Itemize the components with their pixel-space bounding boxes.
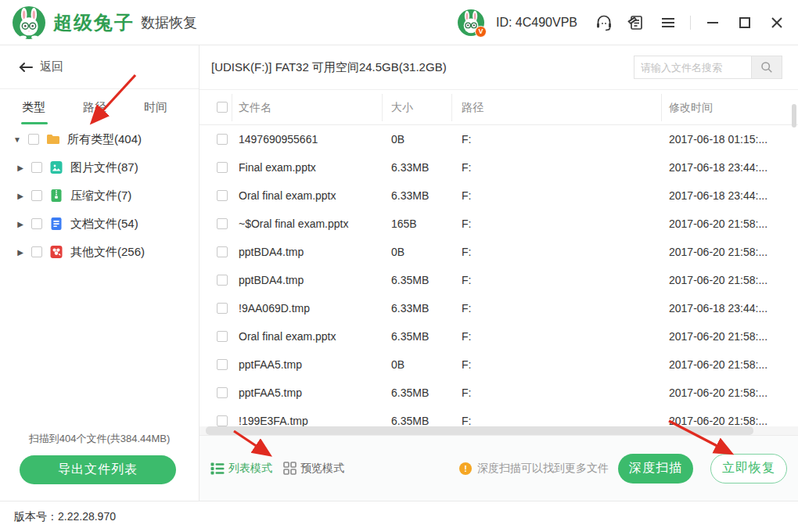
table-row[interactable]: Oral final exam.pptx 6.33MB F: 2017-06-1… — [200, 182, 798, 210]
table-row[interactable]: pptBDA4.tmp 6.35MB F: 2017-06-20 21:58:.… — [200, 266, 798, 294]
tree-item-images[interactable]: ▶ 图片文件(87) — [0, 153, 199, 182]
column-divider — [451, 94, 452, 121]
row-checkbox[interactable] — [217, 162, 228, 173]
version-label: 版本号：2.22.28.970 — [14, 510, 116, 524]
select-all-checkbox[interactable] — [217, 102, 228, 113]
file-modified: 2017-06-18 23:44:... — [669, 153, 794, 182]
export-file-list-button[interactable]: 导出文件列表 — [20, 455, 176, 484]
caret-down-icon[interactable]: ▼ — [13, 135, 22, 144]
file-name: Final exam.pptx — [239, 153, 387, 182]
file-path: F: — [462, 379, 661, 407]
table-row[interactable]: Final exam.pptx 6.33MB F: 2017-06-18 23:… — [200, 153, 798, 182]
caret-right-icon[interactable]: ▶ — [16, 248, 25, 257]
search-input[interactable] — [634, 56, 751, 78]
deep-scan-button[interactable]: 深度扫描 — [618, 454, 693, 483]
row-checkbox[interactable] — [217, 190, 228, 201]
row-checkbox[interactable] — [217, 387, 228, 398]
menu-icon[interactable] — [658, 13, 678, 33]
row-checkbox[interactable] — [217, 303, 228, 314]
tree-item-archives[interactable]: ▶ 压缩文件(7) — [0, 182, 199, 210]
caret-right-icon[interactable]: ▶ — [16, 192, 25, 200]
row-checkbox[interactable] — [217, 415, 228, 426]
feedback-icon[interactable] — [626, 13, 646, 33]
grid-view-icon — [283, 462, 297, 475]
recover-now-button[interactable]: 立即恢复 — [710, 454, 787, 483]
row-checkbox[interactable] — [217, 246, 228, 257]
column-header-filename: 文件名 — [239, 90, 271, 125]
tab-path[interactable]: 路径 — [83, 89, 106, 126]
tree-checkbox[interactable] — [31, 218, 42, 229]
sidebar-tabs: 类型 路径 时间 — [0, 89, 199, 126]
column-divider — [232, 94, 232, 121]
titlebar-separator — [690, 16, 691, 30]
caret-right-icon[interactable]: ▶ — [16, 164, 25, 172]
back-button[interactable]: 返回 — [0, 45, 199, 89]
file-modified: 2017-06-18 23:44:... — [669, 182, 794, 210]
archive-file-icon — [49, 188, 64, 203]
table-row[interactable]: 1497690955661 0B F: 2017-06-18 01:15:... — [200, 125, 798, 153]
search-box — [634, 56, 782, 79]
user-avatar[interactable]: V — [458, 9, 484, 36]
tree-checkbox[interactable] — [31, 162, 42, 173]
scan-summary: 扫描到404个文件(共384.44MB) — [0, 432, 199, 446]
file-modified: 2017-06-20 21:58:... — [669, 238, 794, 266]
table-row[interactable]: !9AA069D.tmp 6.33MB F: 2017-06-18 23:44:… — [200, 294, 798, 322]
preview-mode-toggle[interactable]: 预览模式 — [283, 462, 344, 476]
tree-item-documents[interactable]: ▶ 文档文件(54) — [0, 210, 199, 238]
user-id: ID: 4C490VPB — [496, 16, 577, 30]
file-size: 0B — [391, 125, 458, 153]
tree-item-others[interactable]: ▶ 其他文件(256) — [0, 238, 199, 266]
table-row[interactable]: ~$Oral final exam.pptx 165B F: 2017-06-2… — [200, 210, 798, 238]
main-panel: [UDISK(F:)] FAT32 可用空间24.5GB(31.2GB) 文件名… — [200, 45, 798, 501]
close-button[interactable] — [767, 13, 787, 33]
product-title: 数据恢复 — [141, 13, 197, 32]
vertical-scrollbar[interactable] — [792, 104, 796, 128]
file-path: F: — [462, 266, 661, 294]
list-mode-toggle[interactable]: 列表模式 — [210, 462, 272, 476]
maximize-button[interactable] — [735, 13, 755, 33]
image-file-icon — [49, 160, 64, 175]
table-row[interactable]: Oral final exam.pptx 6.35MB F: 2017-06-2… — [200, 322, 798, 350]
search-button[interactable] — [751, 56, 782, 78]
tree-label: 所有类型(404) — [67, 132, 142, 147]
table-row[interactable]: pptFAA5.tmp 6.35MB F: 2017-06-20 21:58:.… — [200, 379, 798, 407]
row-checkbox[interactable] — [217, 331, 228, 342]
tab-type[interactable]: 类型 — [22, 89, 45, 126]
file-path: F: — [462, 350, 661, 379]
row-checkbox[interactable] — [217, 275, 228, 286]
file-name: ~$Oral final exam.pptx — [239, 210, 387, 238]
horizontal-scrollbar-track[interactable] — [200, 426, 798, 435]
app-logo-rabbit-icon — [13, 6, 45, 39]
column-divider — [382, 94, 383, 121]
document-file-icon — [49, 216, 64, 232]
row-checkbox[interactable] — [217, 218, 228, 229]
table-row[interactable]: pptBDA4.tmp 0B F: 2017-06-20 21:58:... — [200, 238, 798, 266]
file-table-body: 1497690955661 0B F: 2017-06-18 01:15:...… — [200, 125, 798, 435]
tab-time[interactable]: 时间 — [144, 89, 167, 126]
file-path: F: — [462, 153, 661, 182]
tree-checkbox[interactable] — [31, 246, 42, 257]
file-path: F: — [462, 322, 661, 350]
preview-mode-label: 预览模式 — [300, 462, 344, 476]
tree-checkbox[interactable] — [31, 190, 42, 201]
minimize-button[interactable] — [703, 13, 723, 33]
file-modified: 2017-06-20 21:58:... — [669, 350, 794, 379]
file-name: Oral final exam.pptx — [239, 182, 387, 210]
tree-checkbox[interactable] — [28, 134, 39, 145]
file-name: !9AA069D.tmp — [239, 294, 387, 322]
row-checkbox[interactable] — [217, 359, 228, 370]
file-type-tree: ▼ 所有类型(404) ▶ 图片文件(87) ▶ — [0, 125, 199, 266]
back-label: 返回 — [40, 59, 63, 74]
file-size: 165B — [391, 210, 458, 238]
table-header: 文件名 大小 路径 修改时间 — [200, 90, 798, 125]
folder-icon — [45, 131, 61, 147]
tree-item-all-types[interactable]: ▼ 所有类型(404) — [0, 125, 199, 153]
row-checkbox[interactable] — [217, 134, 228, 145]
table-row[interactable]: pptFAA5.tmp 0B F: 2017-06-20 21:58:... — [200, 350, 798, 379]
search-icon — [760, 61, 773, 74]
caret-right-icon[interactable]: ▶ — [16, 220, 25, 228]
column-header-path: 路径 — [462, 90, 483, 125]
horizontal-scrollbar-thumb[interactable] — [206, 426, 753, 435]
other-file-icon — [49, 244, 64, 260]
customer-service-icon[interactable] — [594, 13, 614, 33]
